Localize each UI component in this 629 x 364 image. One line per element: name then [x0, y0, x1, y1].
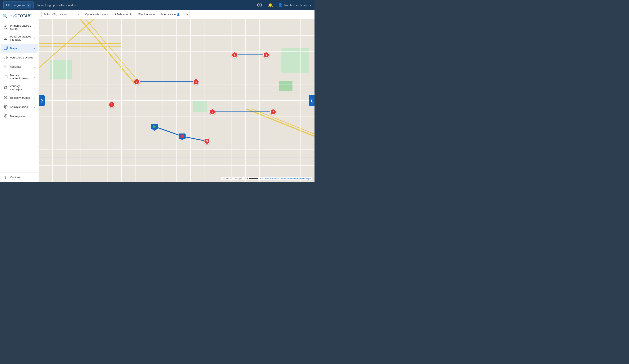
- logo-my: my: [9, 14, 14, 18]
- expand-right-button[interactable]: ❮: [309, 95, 314, 106]
- svg-marker-2: [4, 47, 7, 50]
- svg-point-8: [6, 58, 7, 59]
- route-marker-9: 9: [204, 138, 210, 144]
- notifications-button[interactable]: 🔔: [267, 2, 274, 8]
- chevron-down-icon: ∨: [34, 66, 35, 68]
- nearest-button[interactable]: Más cercano 👤: [159, 12, 182, 17]
- sidebar-logo: 🔍 myGEOTAB™: [0, 10, 39, 22]
- search-placeholder: Activo, VIN, zona, rut...: [44, 13, 69, 16]
- play-triangle-icon: [153, 125, 156, 128]
- user-avatar-icon: 👤: [278, 3, 283, 7]
- nearest-label: Más cercano: [161, 13, 176, 16]
- expand-left-button[interactable]: ❯: [39, 95, 45, 106]
- group-filter-selected: Todos los grupos seleccionados: [37, 3, 75, 7]
- svg-rect-23: [279, 81, 293, 91]
- sidebar-item-panel-graficos[interactable]: Panel de gráficos y análisis ∨: [1, 33, 38, 43]
- sidebar-item-label: Panel de gráficos y análisis: [10, 35, 32, 41]
- vehicle-stop-marker: [179, 133, 185, 139]
- rules-icon: [3, 95, 8, 100]
- map-canvas[interactable]: 2 3 4 5 6 7 8 9 ❯: [39, 19, 314, 182]
- map-options-button[interactable]: Opciones de mapa ▾: [83, 12, 111, 17]
- chevron-down-icon: ∨: [34, 97, 35, 99]
- refresh-button[interactable]: ↻: [184, 12, 190, 17]
- map-copyright: Mapa ©2022 Google: [223, 177, 242, 180]
- sidebar-item-primeros-pasos[interactable]: Primeros pasos y ayuda ∨: [1, 22, 38, 32]
- logo-tm: ™: [30, 14, 32, 16]
- sidebar-item-motor[interactable]: Motor y mantenimiento ∨: [1, 71, 38, 82]
- terms-link[interactable]: Condiciones de uso: [260, 177, 279, 180]
- map-area: Activo, VIN, zona, rut... ▾ Opciones de …: [39, 10, 314, 182]
- map-search-input[interactable]: Activo, VIN, zona, rut... ▾: [41, 12, 81, 17]
- add-zone-button[interactable]: Añadir zona ⚙: [113, 12, 134, 17]
- route-marker-2: 2: [109, 102, 115, 108]
- my-location-button[interactable]: Mi ubicación ⊕: [136, 12, 157, 17]
- sidebar-item-zonas[interactable]: Zonas y mensajes ∨: [1, 82, 38, 93]
- my-location-label: Mi ubicación: [138, 13, 152, 16]
- vehicle-play-marker: [151, 124, 158, 129]
- user-dropdown-arrow: ▾: [310, 3, 311, 7]
- help-button[interactable]: ?: [256, 2, 263, 8]
- gear-icon: ⚙: [129, 13, 132, 16]
- expand-right-icon: ❮: [310, 99, 313, 103]
- nearest-person-icon: 👤: [177, 13, 180, 16]
- bell-icon: 🔔: [268, 3, 273, 7]
- map-options-label: Opciones de mapa: [85, 13, 106, 16]
- admin-gear-icon: [3, 105, 8, 109]
- route-marker-4: 4: [193, 79, 199, 85]
- sidebar-bottom: ❮ Contraer: [0, 172, 39, 182]
- map-options-arrow: ▾: [107, 13, 109, 16]
- vehicle-play-icon: [151, 124, 158, 129]
- sidebar-item-label: Reglas y grupos: [10, 96, 32, 99]
- svg-point-14: [5, 87, 6, 88]
- sidebar-item-label: Marketplace: [10, 115, 35, 118]
- sidebar-item-vehiculos[interactable]: Vehículos y activos: [1, 53, 38, 62]
- svg-line-16: [4, 97, 7, 99]
- sidebar-item-label: Zonas y mensajes: [10, 85, 32, 91]
- activity-icon: [3, 64, 8, 69]
- sidebar: 🔍 myGEOTAB™ Primeros pasos y ayuda ∨ Pan…: [0, 10, 39, 182]
- sidebar-item-label: Motor y mantenimiento: [10, 74, 32, 80]
- sidebar-item-marketplace[interactable]: Marketplace: [1, 112, 38, 121]
- sidebar-item-label: Actividad: [10, 65, 32, 68]
- logo-search-icon: 🔍: [2, 13, 8, 18]
- header-right: ? 🔔 👤 Nombre de Usuario ▾: [256, 2, 311, 8]
- top-header: Filtro de grupos ▾ Todos los grupos sele…: [0, 0, 314, 10]
- help-circle-icon: [3, 25, 8, 29]
- map-background: [39, 19, 314, 182]
- refresh-icon: ↻: [186, 13, 188, 16]
- chevron-down-icon: ∨: [34, 47, 35, 49]
- vehicle-stop-icon: [179, 133, 185, 139]
- sidebar-item-administracion[interactable]: Administración ∨: [1, 103, 38, 111]
- add-zone-label: Añadir zona: [115, 13, 128, 16]
- sidebar-item-reglas[interactable]: Reglas y grupos ∨: [1, 93, 38, 102]
- sidebar-item-label: Primeros pasos y ayuda: [10, 24, 32, 30]
- svg-rect-9: [4, 65, 7, 68]
- sidebar-collapse-button[interactable]: ❮ Contraer: [1, 173, 38, 182]
- report-error-link[interactable]: Informar de un error en el mapa: [281, 177, 311, 180]
- svg-rect-20: [50, 60, 72, 79]
- route-marker-6: 6: [263, 52, 269, 58]
- chevron-down-icon: ∨: [34, 37, 35, 39]
- group-filter-button[interactable]: Filtro de grupos ▾: [3, 1, 33, 9]
- collapse-icon: ❮: [3, 175, 8, 180]
- route-marker-8: 8: [209, 109, 215, 115]
- sidebar-item-mapa[interactable]: Mapa ∨: [1, 44, 38, 53]
- help-icon: ?: [257, 3, 262, 7]
- zones-icon: [3, 85, 8, 90]
- sidebar-item-label: Vehículos y activos: [10, 56, 35, 59]
- sidebar-item-actividad[interactable]: Actividad ∨: [1, 62, 38, 71]
- group-filter-label: Filtro de grupos: [6, 3, 25, 7]
- collapse-label: Contraer: [10, 176, 35, 179]
- map-footer: Mapa ©2022 Google 2km Condiciones de uso…: [221, 177, 312, 180]
- route-marker-7: 7: [270, 109, 276, 115]
- svg-rect-22: [281, 48, 309, 73]
- svg-point-17: [5, 107, 6, 108]
- svg-point-7: [4, 58, 5, 59]
- user-name-label: Nombre de Usuario: [284, 3, 308, 7]
- truck-icon: [3, 55, 8, 60]
- sidebar-item-label: Administración: [10, 105, 32, 109]
- location-crosshair-icon: ⊕: [153, 13, 155, 16]
- user-menu-button[interactable]: 👤 Nombre de Usuario ▾: [278, 3, 311, 7]
- map-scale: 2km: [244, 177, 258, 180]
- svg-point-18: [5, 115, 6, 116]
